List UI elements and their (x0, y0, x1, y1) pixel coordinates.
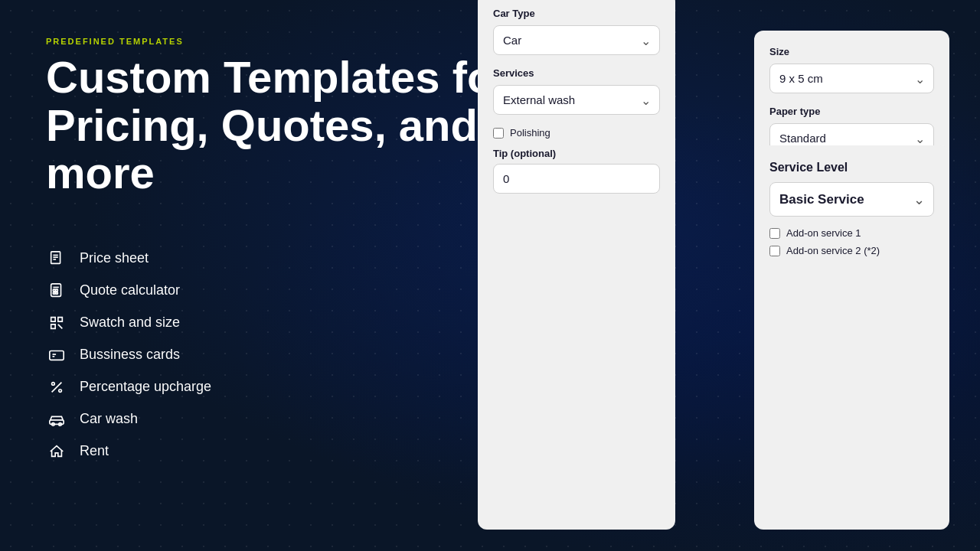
svg-line-15 (52, 382, 62, 392)
menu-item-label: Percentage upcharge (80, 379, 211, 395)
home-icon (46, 441, 67, 462)
polishing-row: Polishing (493, 127, 660, 139)
service-level-title: Service Level (769, 161, 934, 174)
size-select[interactable]: 9 x 5 cm 10 x 5 cm 14 x 9 cm (769, 64, 934, 93)
car-type-label: Car Type (493, 8, 660, 19)
menu-item-label: Price sheet (80, 250, 149, 266)
car-type-select[interactable]: Car SUV Truck Van (493, 25, 660, 55)
document-icon (46, 248, 67, 269)
svg-rect-6 (53, 289, 55, 291)
percent-icon (46, 377, 67, 398)
menu-item-label: Quote calculator (80, 282, 180, 298)
polishing-checkbox[interactable] (493, 128, 504, 139)
addon2-label: Add-on service 2 (*2) (786, 245, 880, 256)
card-icon (46, 344, 67, 366)
menu-item-label: Bussiness cards (80, 347, 180, 363)
car-type-card: Car Type Car SUV Truck Van ⌄ Services Ex… (478, 0, 675, 530)
menu-item-label: Swatch and size (80, 315, 180, 331)
addon2-row: Add-on service 2 (*2) (769, 245, 934, 256)
polishing-label: Polishing (510, 127, 550, 139)
services-label: Services (493, 67, 660, 79)
tip-label: Tip (optional) (493, 148, 660, 159)
services-select[interactable]: External wash Internal wash Full wash (493, 85, 660, 115)
swatch-icon (46, 312, 67, 334)
size-select-wrapper: 9 x 5 cm 10 x 5 cm 14 x 9 cm ⌄ (769, 64, 934, 93)
page-wrapper: PREDEFINED TEMPLATES Custom Templates fo… (0, 0, 980, 551)
car-type-select-wrapper: Car SUV Truck Van ⌄ (493, 25, 660, 55)
tip-input[interactable] (493, 164, 660, 194)
addon1-checkbox[interactable] (769, 228, 780, 239)
svg-point-13 (52, 382, 55, 385)
calculator-icon (46, 280, 67, 302)
services-select-wrapper: External wash Internal wash Full wash ⌄ (493, 85, 660, 115)
service-level-card: Service Level Basic Service Premium Serv… (754, 145, 949, 530)
svg-point-14 (59, 390, 62, 393)
paper-type-label: Paper type (769, 106, 934, 117)
menu-item-label: Rent (80, 443, 109, 459)
menu-item-label: Car wash (80, 411, 138, 427)
service-level-select[interactable]: Basic Service Premium Service VIP Servic… (769, 182, 934, 217)
size-label: Size (769, 46, 934, 57)
svg-rect-8 (53, 292, 55, 294)
addon1-row: Add-on service 1 (769, 227, 934, 239)
svg-rect-7 (56, 289, 58, 291)
svg-rect-10 (50, 350, 64, 360)
addon1-label: Add-on service 1 (786, 227, 861, 239)
service-level-select-wrapper: Basic Service Premium Service VIP Servic… (769, 182, 934, 217)
svg-rect-9 (56, 292, 58, 294)
car-icon (46, 409, 67, 430)
addon2-checkbox[interactable] (769, 246, 780, 256)
